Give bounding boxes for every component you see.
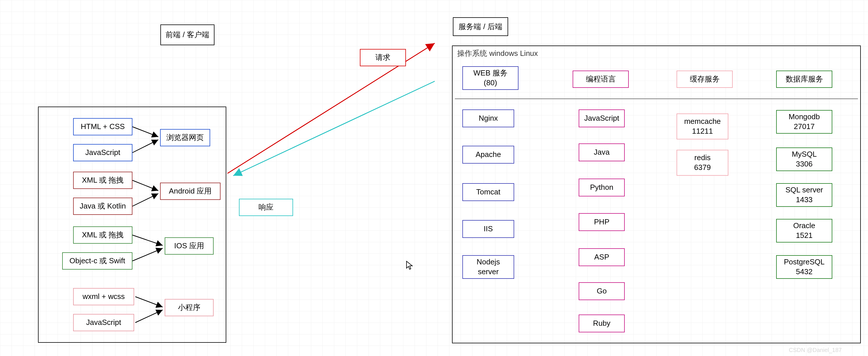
be-lang-item-1: Java (579, 143, 625, 161)
be-webservice-item-1: Apache (462, 146, 514, 164)
be-webservice-header: WEB 服务 (80) (462, 66, 519, 90)
be-lang-header: 编程语言 (572, 70, 629, 88)
svg-line-9 (135, 310, 163, 323)
be-webservice-item-2: Tomcat (462, 183, 514, 201)
svg-line-7 (132, 248, 163, 261)
backend-header-divider (455, 98, 858, 99)
response-label: 响应 (239, 199, 293, 216)
watermark: CSDN @Daniel_187 (789, 347, 842, 353)
svg-line-2 (132, 127, 158, 137)
be-lang-item-0: JavaScript (579, 110, 625, 127)
fe-web-item-0: HTML + CSS (73, 118, 132, 136)
fe-ios-item-1: Object-c 或 Swift (62, 252, 132, 270)
be-lang-item-2: Python (579, 179, 625, 197)
be-db-item-0: Mongodb 27017 (776, 110, 832, 134)
request-label: 请求 (360, 49, 406, 66)
be-lang-item-3: PHP (579, 213, 625, 231)
be-db-header: 数据库服务 (776, 70, 832, 88)
fe-android-target: Android 应用 (160, 183, 220, 200)
svg-line-3 (132, 140, 158, 153)
be-lang-item-6: Ruby (579, 315, 625, 332)
svg-line-5 (132, 194, 158, 206)
backend-os-note: 操作系统 windows Linux (457, 49, 538, 58)
cursor-icon (406, 261, 413, 270)
fe-ios-target: IOS 应用 (165, 237, 214, 255)
fe-android-item-0: XML 或 拖拽 (73, 172, 132, 189)
be-cache-item-0: memcache 11211 (677, 114, 728, 140)
be-db-item-1: MySQL 3306 (776, 147, 832, 171)
fe-web-item-1: JavaScript (73, 144, 132, 161)
fe-mini-target: 小程序 (165, 299, 214, 316)
be-webservice-item-3: IIS (462, 220, 514, 238)
be-cache-header: 缓存服务 (677, 70, 733, 88)
svg-line-1 (233, 81, 435, 176)
be-db-item-3: Oracle 1521 (776, 219, 832, 242)
frontend-title: 前端 / 客户端 (160, 25, 215, 45)
svg-line-4 (132, 180, 158, 191)
be-lang-item-4: ASP (579, 248, 625, 266)
fe-android-item-1: Java 或 Kotlin (73, 198, 132, 215)
be-lang-item-5: Go (579, 282, 625, 300)
fe-converge-arrows (132, 115, 167, 340)
be-cache-item-1: redis 6379 (677, 150, 728, 176)
be-webservice-item-0: Nginx (462, 110, 514, 127)
svg-line-8 (135, 297, 163, 307)
request-arrow (227, 40, 440, 176)
fe-ios-item-0: XML 或 拖拽 (73, 227, 132, 244)
fe-mini-item-1: JavaScript (73, 314, 134, 331)
fe-mini-item-0: wxml + wcss (73, 288, 134, 305)
be-db-item-4: PostgreSQL 5432 (776, 255, 832, 279)
be-db-item-2: SQL server 1433 (776, 183, 832, 207)
be-webservice-item-4: Nodejs server (462, 255, 514, 279)
backend-title: 服务端 / 后端 (453, 17, 508, 36)
svg-line-6 (132, 235, 163, 245)
fe-web-target: 浏览器网页 (160, 129, 210, 146)
